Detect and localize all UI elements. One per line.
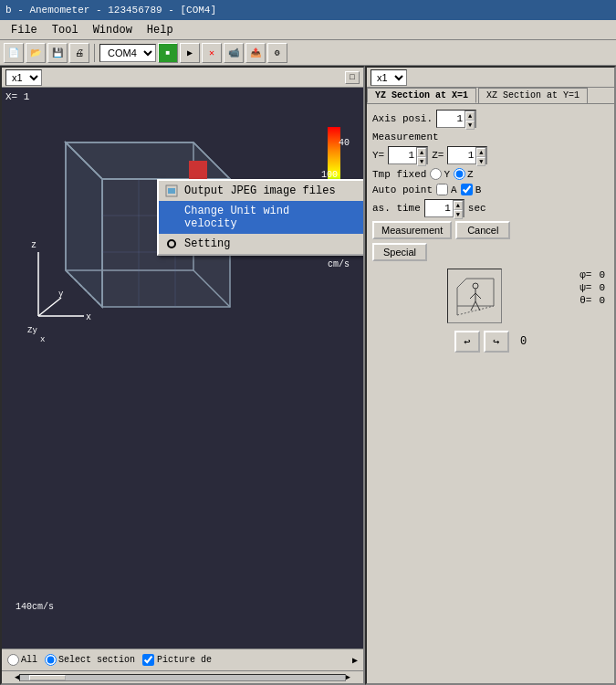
special-btn-row: Special <box>372 243 609 261</box>
checkbox-picture-label[interactable]: Picture de <box>142 654 212 666</box>
scale-unit: cm/s <box>328 259 350 269</box>
tabs-row: YZ Section at X=1 XZ Section at Y=1 <box>367 88 614 104</box>
left-panel-dropdown[interactable]: x1 <box>5 69 42 86</box>
yz-row: Y= 1 ▲ ▼ Z= 1 ▲ ▼ <box>372 146 609 164</box>
tab-xz-section[interactable]: XZ Section at Y=1 <box>478 88 588 103</box>
stop-button[interactable]: ✕ <box>202 43 222 63</box>
z-arrows[interactable]: ▲ ▼ <box>475 147 486 163</box>
svg-point-30 <box>473 283 478 289</box>
axis-pos-arrows[interactable]: ▲ ▼ <box>465 111 475 127</box>
scroll-arrow-right[interactable]: ▶ <box>352 655 358 666</box>
theta-row: θ= 0 <box>579 294 605 307</box>
auto-b-label[interactable]: B <box>461 184 482 195</box>
change-unit-item[interactable]: Change Unit wind velocity <box>159 201 363 234</box>
meas-time-up[interactable]: ▲ <box>454 201 463 210</box>
svg-line-16 <box>38 298 61 316</box>
radio-all-label[interactable]: All <box>7 654 37 666</box>
3d-view-area: X= 1 <box>2 88 363 648</box>
svg-text:z: z <box>31 240 37 250</box>
radio-select-label[interactable]: Select section <box>45 654 135 666</box>
h-scroll-thumb[interactable] <box>29 675 66 680</box>
change-unit-label: Change Unit wind velocity <box>184 205 343 230</box>
connect-button[interactable]: ■ <box>158 43 178 63</box>
svg-text:y: y <box>58 290 64 299</box>
radio-all[interactable] <box>7 654 19 666</box>
measurement-label: Measurement <box>372 132 439 142</box>
bottom-controls: All Select section Picture de ▶ <box>2 648 363 670</box>
menu-file[interactable]: File <box>4 22 45 38</box>
psi-row: ψ= 0 <box>579 281 605 294</box>
action-btns-row: Measurement Cancel <box>372 221 609 239</box>
nav-back-button[interactable]: ↩ <box>454 331 480 353</box>
tmp-fixed-label: Tmp fixed <box>372 169 426 180</box>
cancel-button[interactable]: Cancel <box>455 221 510 239</box>
psi-value: 0 <box>599 282 605 293</box>
axis-pos-up[interactable]: ▲ <box>465 111 475 121</box>
menu-window[interactable]: Window <box>86 22 140 38</box>
context-menu: Output JPEG image files Change Unit wind… <box>157 179 363 256</box>
tmp-z-radio[interactable] <box>454 168 465 180</box>
axis-pos-spin[interactable]: 1 ▲ ▼ <box>436 110 476 128</box>
z-up[interactable]: ▲ <box>476 148 485 157</box>
scroll-right-btn[interactable]: ▶ <box>346 672 350 682</box>
right-panel-dropdown[interactable]: x1 <box>371 69 407 86</box>
axis-pos-label: Axis posi. <box>372 113 433 124</box>
auto-point-label: Auto point <box>372 184 433 195</box>
h-scrollbar[interactable]: ◀ ▶ <box>2 670 363 683</box>
svg-rect-13 <box>189 161 207 179</box>
axis-pos-down[interactable]: ▼ <box>465 121 475 130</box>
tmp-z-label[interactable]: Z <box>454 168 474 180</box>
record-button[interactable]: 📹 <box>224 43 244 63</box>
radio-select[interactable] <box>45 654 57 666</box>
auto-point-row: Auto point A B <box>372 184 609 195</box>
svg-line-29 <box>457 306 494 315</box>
meas-time-down[interactable]: ▼ <box>454 210 463 219</box>
auto-a-label[interactable]: A <box>436 184 457 195</box>
svg-line-25 <box>457 279 466 288</box>
auto-b-check[interactable] <box>461 184 473 195</box>
z-down[interactable]: ▼ <box>476 157 485 166</box>
print-button[interactable]: 🖨 <box>69 43 89 63</box>
maximize-button[interactable]: □ <box>345 71 360 84</box>
x-axis-label: X= 1 <box>5 91 29 102</box>
com-port-select[interactable]: COM4 <box>99 44 156 62</box>
tmp-y-text: Y <box>444 169 450 180</box>
output-jpeg-item[interactable]: Output JPEG image files <box>159 181 363 201</box>
z-label: Z= <box>432 150 444 161</box>
menu-bar: File Tool Window Help <box>0 20 616 40</box>
tmp-y-radio[interactable] <box>430 168 442 180</box>
z-value: 1 <box>448 147 475 163</box>
title-text: b - Anemometer - 123456789 - [COM4] <box>5 5 216 16</box>
nav-forward-button[interactable]: ↪ <box>484 331 509 353</box>
meas-time-spin[interactable]: 1 ▲ ▼ <box>424 199 465 217</box>
special-button[interactable]: Special <box>372 243 427 261</box>
measurement-button[interactable]: Measurement <box>372 221 452 239</box>
speed-label: 140cm/s <box>16 602 54 612</box>
y-down[interactable]: ▼ <box>417 157 426 166</box>
meas-time-arrows[interactable]: ▲ ▼ <box>453 200 464 216</box>
meas-time-value: 1 <box>425 200 453 216</box>
y-up[interactable]: ▲ <box>417 148 426 157</box>
menu-tool[interactable]: Tool <box>45 22 86 38</box>
theta-value: 0 <box>599 295 605 306</box>
checkbox-picture[interactable] <box>142 654 154 666</box>
y-spin[interactable]: 1 ▲ ▼ <box>388 146 428 164</box>
menu-help[interactable]: Help <box>140 22 181 38</box>
z-spin[interactable]: 1 ▲ ▼ <box>447 146 487 164</box>
play-button[interactable]: ▶ <box>180 43 200 63</box>
form-area: Axis posi. 1 ▲ ▼ Measurement Y= 1 ▲ <box>367 104 614 683</box>
angles-display: φ= 0 ψ= 0 θ= 0 <box>576 265 609 327</box>
y-arrows[interactable]: ▲ ▼ <box>416 147 427 163</box>
sep1 <box>94 44 95 62</box>
tmp-y-label[interactable]: Y <box>430 168 450 180</box>
open-button[interactable]: 📂 <box>26 43 46 63</box>
settings-button[interactable]: ⚙ <box>267 43 287 63</box>
phi-value: 0 <box>599 269 605 280</box>
auto-a-check[interactable] <box>436 184 448 195</box>
tab-yz-section[interactable]: YZ Section at X=1 <box>367 88 476 103</box>
save-button[interactable]: 💾 <box>47 43 68 63</box>
export-button[interactable]: 📤 <box>245 43 266 63</box>
h-scroll-track[interactable] <box>19 674 345 681</box>
new-button[interactable]: 📄 <box>4 43 24 63</box>
setting-item[interactable]: Setting <box>159 234 363 254</box>
